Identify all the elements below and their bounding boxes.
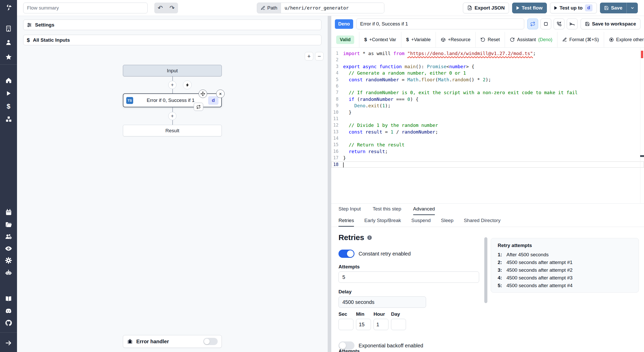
code-line[interactable]: 17} (331, 155, 644, 161)
code-line[interactable]: 5 const randomNumber = Math.floor(Math.r… (331, 76, 644, 83)
settings-button[interactable]: Settings (23, 20, 321, 30)
sec-input[interactable] (338, 319, 353, 330)
user-icon[interactable] (5, 39, 12, 46)
code-line[interactable]: 7 // If randomNumber is 0, exit the scri… (331, 89, 644, 96)
add-variable-button[interactable]: $ +Variable (401, 32, 436, 47)
suspend-indicator-button[interactable] (554, 19, 564, 29)
zoom-in-button[interactable]: + (305, 52, 313, 60)
min-input[interactable] (356, 319, 371, 330)
overview-ruler[interactable] (640, 48, 644, 203)
module-id-badge: d (208, 96, 218, 105)
panel-resize-handle[interactable] (328, 16, 331, 352)
redo-button[interactable]: ↷ (166, 3, 178, 13)
code-line[interactable]: 2 (331, 57, 644, 63)
assistant-button[interactable]: Assistant (Deno) (505, 32, 557, 47)
home-icon[interactable] (5, 76, 12, 84)
delay-input[interactable] (338, 296, 426, 308)
export-json-button[interactable]: Export JSON (463, 3, 509, 13)
save-icon (604, 6, 609, 10)
code-line[interactable]: 15 // Return the result (331, 142, 644, 148)
reset-button[interactable]: Reset (476, 32, 505, 47)
hour-input[interactable] (374, 319, 388, 330)
move-node-handle[interactable] (199, 90, 207, 98)
code-line[interactable]: 11 (331, 116, 644, 122)
add-step-button[interactable]: + (168, 112, 176, 120)
code-editor[interactable]: 1import * as wmill from "https://deno.la… (331, 48, 644, 203)
path-chip[interactable]: Path (257, 3, 281, 13)
code-line[interactable]: 4 // Generate a random number, either 0 … (331, 70, 644, 76)
code-line[interactable]: 3export async function main(): Promise<n… (331, 63, 644, 70)
path-input[interactable] (281, 3, 384, 13)
discord-icon[interactable] (5, 307, 12, 315)
undo-button[interactable]: ↶ (154, 3, 166, 13)
tab-retries[interactable]: Retries (338, 215, 354, 227)
exponential-backoff-label: Exponential backoff enabled (359, 343, 423, 349)
error-handler-toggle[interactable] (203, 338, 218, 345)
windmill-logo-icon[interactable] (5, 4, 12, 11)
module-node-selected[interactable]: TS Error if 0, Success if 1 d × (123, 93, 222, 107)
calendar-icon[interactable] (5, 208, 12, 216)
attempts-input[interactable] (338, 271, 479, 283)
retries-scrollbar[interactable] (484, 237, 487, 303)
add-step-button[interactable]: + (168, 81, 176, 89)
book-icon[interactable] (5, 295, 12, 303)
boxes-icon[interactable] (5, 115, 12, 123)
robot-icon[interactable] (5, 269, 12, 277)
explore-scripts-button[interactable]: Explore other s (604, 32, 644, 47)
ai-bolt-button[interactable] (183, 81, 192, 89)
code-line[interactable]: 12 // Divide 1 by the random number (331, 122, 644, 128)
tab-step-input[interactable]: Step Input (338, 204, 361, 215)
hour-label: Hour (374, 311, 388, 317)
user-group-gear-icon[interactable] (5, 233, 12, 241)
gear-icon[interactable] (5, 257, 12, 264)
cursor-marker (640, 155, 644, 157)
test-flow-button[interactable]: Test flow (512, 3, 547, 13)
building-icon[interactable] (5, 25, 12, 32)
eye-icon[interactable] (5, 245, 12, 252)
code-line[interactable]: 1import * as wmill from "https://deno.la… (331, 50, 644, 57)
retries-indicator-button[interactable] (527, 19, 538, 29)
code-line[interactable]: 14 (331, 135, 644, 142)
zoom-out-button[interactable]: − (315, 52, 324, 60)
tab-suspend[interactable]: Suspend (411, 215, 431, 227)
folder-icon[interactable] (5, 221, 12, 228)
tab-sleep[interactable]: Sleep (441, 215, 454, 227)
code-line[interactable]: 13 const result = 1 / randomNumber; (331, 129, 644, 135)
day-input[interactable] (391, 319, 406, 330)
format-label: Format (⌘+S) (569, 37, 599, 42)
format-button[interactable]: Format (⌘+S) (557, 32, 604, 47)
add-context-var-button[interactable]: $ +Context Var (359, 32, 401, 47)
code-line[interactable]: 6 (331, 83, 644, 89)
constant-retry-toggle[interactable] (338, 250, 354, 258)
arrow-right-icon[interactable] (5, 339, 12, 347)
add-resource-button[interactable]: +Resource (436, 32, 476, 47)
test-up-to-button[interactable]: Test up to d (550, 3, 597, 13)
star-icon[interactable] (5, 53, 12, 61)
info-icon[interactable] (367, 235, 372, 240)
github-icon[interactable] (5, 319, 12, 327)
save-button[interactable]: Save (600, 3, 626, 13)
save-dropdown-button[interactable] (626, 3, 638, 13)
code-line[interactable]: 8 if (randomNumber === 0) { (331, 96, 644, 102)
delete-node-button[interactable]: × (216, 90, 225, 98)
error-handler-node[interactable]: Error handler (123, 335, 222, 348)
code-line[interactable]: 18 (331, 161, 644, 168)
step-title-input[interactable] (356, 19, 524, 29)
tab-test-this-step[interactable]: Test this step (373, 204, 401, 215)
tab-early-stop-break[interactable]: Early Stop/Break (364, 215, 401, 227)
dollar-icon[interactable]: $ (5, 102, 12, 110)
tab-advanced[interactable]: Advanced (413, 204, 435, 215)
play-icon[interactable] (5, 90, 12, 97)
stop-indicator-button[interactable] (540, 19, 551, 29)
all-static-inputs-button[interactable]: $ All Static Inputs (23, 35, 321, 45)
settings-label: Settings (35, 22, 54, 28)
code-line[interactable]: 9 Deno.exit(1); (331, 102, 644, 109)
flow-summary-input[interactable] (23, 3, 148, 13)
code-line[interactable]: 16 return result; (331, 148, 644, 155)
sleep-indicator-button[interactable] (567, 19, 578, 29)
code-line[interactable]: 10 } (331, 109, 644, 116)
tab-shared-directory[interactable]: Shared Directory (464, 215, 501, 227)
save-to-workspace-button[interactable]: Save to workspace (581, 19, 640, 29)
result-node[interactable]: Result (123, 125, 222, 136)
input-node[interactable]: Input (123, 65, 222, 76)
